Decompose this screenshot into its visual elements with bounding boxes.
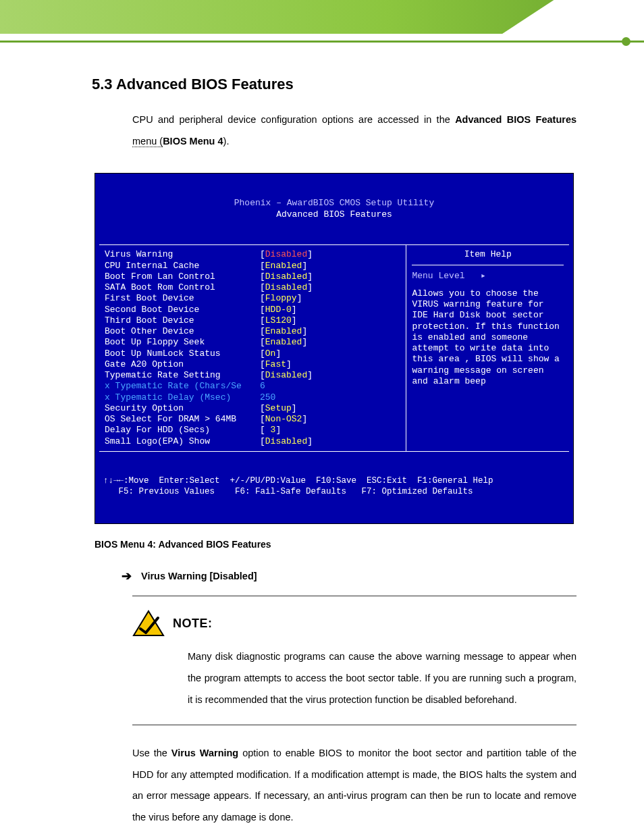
menu-level: Menu Level ▸ <box>412 271 564 282</box>
header-decoration <box>0 0 644 49</box>
bios-help-pane: Item Help Menu Level ▸ Allows you to cho… <box>406 245 569 451</box>
bios-options-pane: Virus Warning [Disabled]CPU Internal Cac… <box>99 245 406 451</box>
section-title: Advanced BIOS Features <box>116 76 294 93</box>
bullet-text: Virus Warning [Disabled] <box>141 571 257 581</box>
option-bullet: ➔ Virus Warning [Disabled] <box>122 570 576 582</box>
note-body: Many disk diagnostic programs can cause … <box>188 646 576 711</box>
section-number: 5.3 <box>92 76 113 93</box>
warning-icon <box>132 610 165 637</box>
figure-caption: BIOS Menu 4: Advanced BIOS Features <box>95 539 576 550</box>
note-block: NOTE: Many disk diagnostic programs can … <box>132 596 576 725</box>
section-heading: 5.3 Advanced BIOS Features <box>92 76 576 93</box>
option-description: Use the Virus Warning option to enable B… <box>132 743 576 829</box>
section-intro: CPU and peripheral device configuration … <box>132 109 576 153</box>
note-label: NOTE: <box>173 617 213 631</box>
item-help-heading: Item Help <box>412 249 564 265</box>
arrow-icon: ➔ <box>122 570 132 582</box>
svg-marker-0 <box>134 611 163 635</box>
help-text: Allows you to choose the VIRUS warning f… <box>412 288 564 387</box>
bios-footer: ↑↓→←:Move Enter:Select +/-/PU/PD:Value F… <box>99 473 569 497</box>
bios-title: Phoenix – AwardBIOS CMOS Setup Utility A… <box>99 198 569 220</box>
bios-screenshot: Phoenix – AwardBIOS CMOS Setup Utility A… <box>95 173 574 524</box>
